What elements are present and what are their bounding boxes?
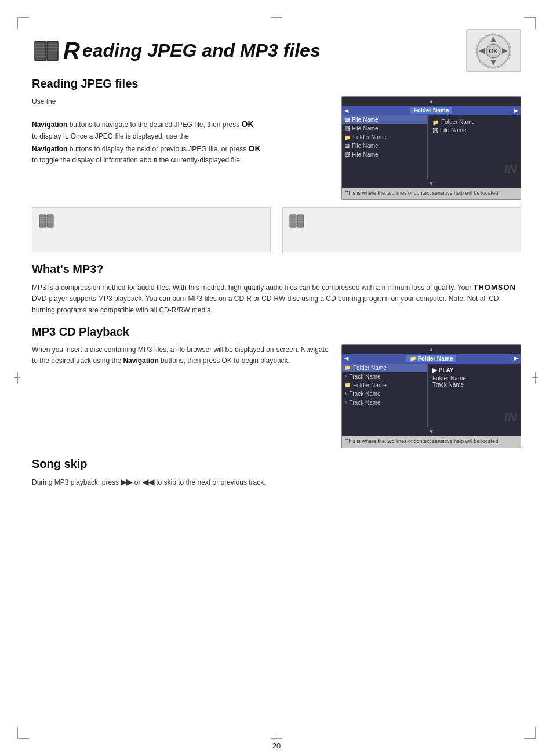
reading-jpeg-content: Use the Navigation buttons to navigate t… — [32, 96, 521, 200]
jpeg-item-label-3: File Name — [352, 143, 379, 149]
jpeg-list-item-3: 🖼 File Name — [342, 141, 427, 150]
jpeg-list-item-1: 🖼 File Name — [342, 124, 427, 133]
mp3-list-item-0: 📁 Folder Name — [342, 364, 427, 372]
title-r-letter: R — [63, 38, 80, 64]
whats-mp3-heading: What's MP3? — [32, 263, 521, 276]
screen-arrow-up: ▲ — [342, 97, 521, 106]
jpeg-ui-screenshot: ▲ ◀ Folder Name ▶ 🖼 File Name — [341, 96, 521, 200]
jpeg-list-item-4: 🖼 File Name — [342, 150, 427, 159]
jpeg-detail-file-name: File Name — [440, 127, 467, 133]
body-text-nav1: buttons to navigate to the desired JPEG … — [70, 121, 242, 129]
mp3-ui-screenshot: ▲ ◀ 📁 Folder Name ▶ — [341, 344, 521, 448]
jpeg-screen: ▲ ◀ Folder Name ▶ 🖼 File Name — [341, 96, 521, 200]
mp3-list-col: 📁 Folder Name ♪ Track Name 📁 Folder Name — [342, 364, 428, 427]
whats-mp3-section: What's MP3? MP3 is a compression method … — [32, 263, 521, 316]
book-icon — [32, 39, 61, 63]
note-book-icon-1 — [289, 213, 305, 234]
mp3-folder-icon-header: 📁 — [410, 355, 416, 361]
folder-icon-2: 📁 — [344, 135, 351, 140]
background-logo: IN — [504, 162, 517, 177]
mp3-list-item-2: 📁 Folder Name — [342, 381, 427, 390]
ok-button-graphic: OK — [466, 29, 521, 72]
mp3-folder-icon-2: 📁 — [344, 382, 351, 388]
whats-mp3-text: MP3 is a compression method for audio fi… — [32, 282, 521, 316]
song-skip-body-3: to skip to the next or previous track. — [156, 478, 265, 486]
jpeg-help-text: This is where the two lines of context s… — [345, 190, 500, 196]
jpeg-detail-col: 📁 Folder Name 🖼 File Name IN — [428, 115, 521, 179]
mp3-detail-folder: Folder Name — [432, 375, 516, 381]
mp3-nav-label: Navigation — [123, 357, 158, 365]
mp3-arrow-left-header: ◀ — [344, 355, 348, 361]
crosshair-right — [535, 372, 536, 384]
jpeg-detail-item-1: 🖼 File Name — [432, 127, 516, 133]
mp3-header-label: Folder Name — [418, 355, 453, 362]
jpeg-item-label-0: File Name — [352, 117, 379, 123]
mp3-item-label-1: Track Name — [350, 373, 381, 380]
mp3-body-2: buttons, then press OK to begin playback… — [161, 357, 290, 365]
reading-jpeg-para3: to display it. Once a JPEG file is displ… — [32, 131, 330, 142]
file-icon-3: 🖼 — [344, 143, 350, 149]
reading-jpeg-text: Use the Navigation buttons to navigate t… — [32, 96, 330, 200]
fast-forward-icon: ▶▶ — [121, 478, 132, 486]
note-box-0 — [32, 207, 271, 253]
mp3-section: MP3 CD Playback When you insert a disc c… — [32, 325, 521, 448]
mp3-list-item-1: ♪ Track Name — [342, 372, 427, 381]
jpeg-detail-item-0: 📁 Folder Name — [432, 119, 516, 125]
mp3-music-icon-4: ♪ — [344, 399, 347, 405]
mp3-screen-arrow-up: ▲ — [342, 345, 521, 354]
page-number-value: 20 — [272, 742, 281, 750]
song-skip-text: During MP3 playback, press ▶▶ or ◀◀ to s… — [32, 477, 521, 489]
mp3-body-2: DVD player supports MP3 playback. You ca… — [32, 295, 499, 314]
jpeg-list-item-0: 🖼 File Name — [342, 115, 427, 124]
jpeg-header-row: ◀ Folder Name ▶ — [342, 106, 521, 115]
ok-label-1: OK — [242, 119, 254, 129]
svg-rect-27 — [297, 215, 304, 227]
reading-jpeg-para4: Navigation buttons to display the next o… — [32, 142, 330, 155]
song-skip-section: Song skip During MP3 playback, press ▶▶ … — [32, 457, 521, 489]
jpeg-item-label-2: Folder Name — [353, 134, 387, 140]
mp3-folder-icon-0: 📁 — [344, 365, 351, 370]
mp3-arrow-right-header: ▶ — [514, 355, 518, 361]
mp3-item-label-3: Track Name — [350, 391, 381, 397]
mp3-item-label-0: Folder Name — [353, 365, 387, 371]
corner-mark-br — [524, 727, 536, 739]
title-area: Reading JPEG and MP3 files OK — [32, 29, 521, 72]
song-skip-heading: Song skip — [32, 457, 521, 471]
jpeg-detail-file-icon: 🖼 — [432, 128, 438, 133]
crosshair-bottom — [271, 738, 282, 739]
svg-rect-0 — [35, 41, 46, 61]
mp3-item-label-4: Track Name — [350, 399, 381, 406]
screen-arrow-down: ▼ — [342, 179, 521, 188]
page-number: 20 — [272, 742, 281, 750]
mp3-screen: ▲ ◀ 📁 Folder Name ▶ — [341, 344, 521, 448]
mp3-list-item-3: ♪ Track Name — [342, 390, 427, 398]
jpeg-screen-body: 🖼 File Name 🖼 File Name 📁 Folder Name — [342, 115, 521, 179]
jpeg-item-label-1: File Name — [352, 125, 379, 132]
svg-rect-1 — [47, 41, 58, 61]
page-content: Reading JPEG and MP3 files OK Reading JP… — [32, 29, 521, 727]
mp3-help-bar: This is where the two lines of context s… — [342, 436, 521, 448]
mp3-heading: MP3 CD Playback — [32, 325, 521, 339]
mp3-screen-body: 📁 Folder Name ♪ Track Name 📁 Folder Name — [342, 364, 521, 427]
thomson-brand: THOMSON — [473, 283, 515, 292]
crosshair-top — [271, 17, 282, 18]
mp3-list-item-4: ♪ Track Name — [342, 398, 427, 407]
corner-mark-bl — [17, 727, 29, 739]
mp3-play-label: ▶ PLAY — [432, 367, 516, 373]
svg-rect-19 — [47, 215, 53, 227]
file-icon-1: 🖼 — [344, 126, 350, 132]
note-boxes — [32, 207, 521, 253]
corner-mark-tr — [524, 17, 536, 29]
ok-label-2: OK — [249, 144, 261, 153]
reading-jpeg-para2: Navigation buttons to navigate to the de… — [32, 118, 330, 130]
note-book-icon-0 — [38, 213, 54, 234]
file-icon-4: 🖼 — [344, 152, 350, 158]
mp3-item-label-2: Folder Name — [353, 382, 387, 388]
navigation-label-1: Navigation — [32, 121, 67, 129]
svg-rect-26 — [290, 215, 296, 227]
jpeg-folder-name-header: Folder Name — [410, 107, 453, 114]
jpeg-list-item-2: 📁 Folder Name — [342, 133, 427, 141]
mp3-music-icon-1: ♪ — [344, 373, 347, 379]
jpeg-help-bar: This is where the two lines of context s… — [342, 188, 521, 199]
file-icon-0: 🖼 — [344, 117, 350, 123]
